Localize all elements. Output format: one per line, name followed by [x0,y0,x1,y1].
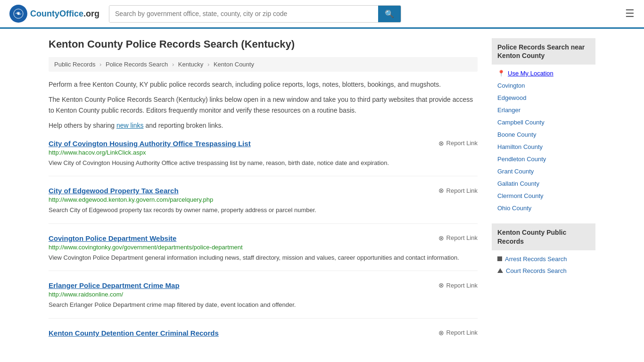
records-icon [497,268,503,273]
report-icon: ⊗ [438,234,444,242]
result-item: City of Edgewood Property Tax Search ⊗ R… [49,187,478,224]
report-label: Report Link [446,329,478,336]
search-bar[interactable]: 🔍 [109,5,401,23]
breadcrumb-police-records[interactable]: Police Records Search [106,61,168,68]
result-desc: Search Erlanger Police Department crime … [49,300,478,310]
result-header: Kenton County Detention Center Criminal … [49,329,478,337]
nearby-list-item: Campbell County [492,116,595,128]
nearby-list-item: Clermont County [492,189,595,202]
nearby-list-item: Edgewood [492,91,595,104]
report-link[interactable]: ⊗ Report Link [438,140,478,147]
search-input[interactable] [109,6,378,22]
report-icon: ⊗ [438,140,444,147]
menu-icon[interactable]: ☰ [625,8,635,20]
nearby-list-item: Grant County [492,165,595,177]
nearby-link[interactable]: Clermont County [497,192,544,199]
public-records-list: Arrest Records SearchCourt Records Searc… [492,253,595,277]
result-header: Erlanger Police Department Crime Map ⊗ R… [49,281,478,289]
result-url[interactable]: http://www.edgewood.kenton.ky.govern.com… [49,196,478,203]
report-link[interactable]: ⊗ Report Link [438,187,478,194]
main-container: Kenton County Police Records Search (Ken… [39,29,605,362]
result-title[interactable]: City of Edgewood Property Tax Search [49,187,179,195]
result-item: Erlanger Police Department Crime Map ⊗ R… [49,281,478,319]
nearby-link[interactable]: Gallatin County [497,180,539,187]
nearby-section: Police Records Search near Kenton County… [492,38,595,214]
public-records-heading: Kenton County Public Records [492,223,595,250]
nearby-link[interactable]: Campbell County [497,119,545,126]
header: CountyOffice.org 🔍 ☰ [0,0,644,29]
description-1: Perform a free Kenton County, KY public … [49,79,478,90]
nearby-link[interactable]: Grant County [497,168,534,175]
breadcrumb-kenton-county[interactable]: Kenton County [214,61,254,68]
report-link[interactable]: ⊗ Report Link [438,281,478,289]
public-records-item: Court Records Search [492,265,595,277]
nearby-link[interactable]: Erlanger [497,107,520,114]
nearby-link[interactable]: Covington [497,82,525,89]
public-records-link[interactable]: Arrest Records Search [505,255,567,263]
nearby-list-item: Boone County [492,128,595,140]
result-desc: Search City of Edgewood property tax rec… [49,206,478,215]
result-desc: View Covington Police Department general… [49,253,478,263]
search-button[interactable]: 🔍 [378,6,401,22]
breadcrumb-public-records[interactable]: Public Records [54,61,95,68]
report-link[interactable]: ⊗ Report Link [438,329,478,337]
nearby-list-item: Hamilton County [492,140,595,153]
logo-icon [9,5,27,23]
result-title[interactable]: Erlanger Police Department Crime Map [49,281,180,289]
breadcrumb-sep3: › [207,61,209,68]
report-icon: ⊗ [438,329,444,337]
nearby-list-item: Gallatin County [492,177,595,189]
location-icon: 📍 [497,70,505,77]
public-records-link[interactable]: Court Records Search [506,267,567,274]
public-records-section: Kenton County Public Records Arrest Reco… [492,223,595,276]
nearby-list-item: Ohio County [492,202,595,214]
logo-text: CountyOffice.org [30,9,99,19]
result-url[interactable]: http://www.raidsonline.com/ [49,291,478,298]
result-desc: View City of Covington Housing Authority… [49,158,478,168]
description-3: Help others by sharing new links and rep… [49,120,478,131]
description-2: The Kenton County Police Records Search … [49,94,478,115]
nearby-list: CovingtonEdgewoodErlangerCampbell County… [492,79,595,214]
result-title[interactable]: Covington Police Department Website [49,234,176,242]
breadcrumb-sep1: › [99,61,101,68]
result-title[interactable]: City of Covington Housing Authority Offi… [49,140,251,148]
breadcrumb-sep2: › [172,61,174,68]
nearby-list-item: Pendleton County [492,153,595,165]
report-label: Report Link [446,282,478,289]
public-records-item: Arrest Records Search [492,253,595,265]
main-content: Kenton County Police Records Search (Ken… [49,38,478,356]
result-header: City of Edgewood Property Tax Search ⊗ R… [49,187,478,195]
logo[interactable]: CountyOffice.org [9,5,99,23]
use-location-link[interactable]: Use My Location [508,70,553,77]
results-list: City of Covington Housing Authority Offi… [49,140,478,346]
records-icon [497,256,502,261]
result-header: City of Covington Housing Authority Offi… [49,140,478,148]
nearby-link[interactable]: Hamilton County [497,143,543,150]
page-title: Kenton County Police Records Search (Ken… [49,38,478,50]
result-header: Covington Police Department Website ⊗ Re… [49,234,478,242]
result-item: Covington Police Department Website ⊗ Re… [49,234,478,272]
report-label: Report Link [446,140,478,147]
breadcrumb: Public Records › Police Records Search ›… [49,57,478,72]
result-url[interactable]: http://www.hacov.org/LinkClick.aspx [49,149,478,156]
report-link[interactable]: ⊗ Report Link [438,234,478,242]
report-icon: ⊗ [438,281,444,289]
nearby-heading: Police Records Search near Kenton County [492,38,595,65]
report-label: Report Link [446,187,478,194]
use-my-location[interactable]: 📍 Use My Location [492,67,595,79]
nearby-link[interactable]: Pendleton County [497,156,546,163]
nearby-link[interactable]: Ohio County [497,205,531,212]
result-item: Kenton County Detention Center Criminal … [49,329,478,346]
report-label: Report Link [446,234,478,241]
nearby-list-item: Covington [492,79,595,91]
result-title[interactable]: Kenton County Detention Center Criminal … [49,329,219,337]
new-links[interactable]: new links [116,122,144,129]
sidebar: Police Records Search near Kenton County… [492,38,595,356]
nearby-link[interactable]: Boone County [497,131,536,138]
report-icon: ⊗ [438,187,444,194]
breadcrumb-kentucky[interactable]: Kentucky [178,61,203,68]
result-url[interactable]: http://www.covingtonky.gov/government/de… [49,244,478,251]
result-item: City of Covington Housing Authority Offi… [49,140,478,177]
nearby-link[interactable]: Edgewood [497,94,526,101]
nearby-list-item: Erlanger [492,104,595,116]
